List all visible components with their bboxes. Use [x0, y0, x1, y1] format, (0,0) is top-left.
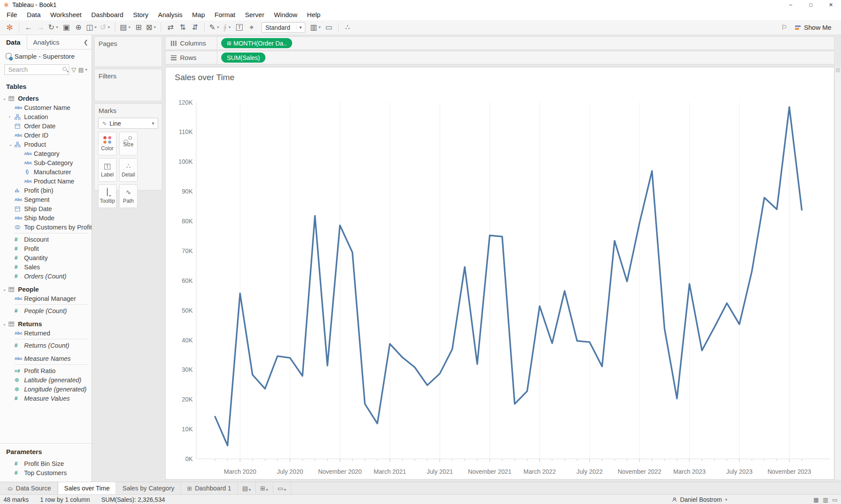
- field-orders-count[interactable]: #Orders (Count): [0, 271, 92, 281]
- menu-dashboard[interactable]: Dashboard: [86, 10, 128, 20]
- show-tabs-icon[interactable]: ▭: [832, 497, 837, 503]
- field-product[interactable]: ⌄Product: [0, 140, 92, 149]
- close-button[interactable]: ✕: [821, 0, 841, 10]
- sales-line-chart[interactable]: March 2020July 2020November 2020March 20…: [166, 67, 834, 479]
- view-mode-icon[interactable]: ▤▼: [78, 67, 88, 73]
- new-data-source-button[interactable]: ⊕: [72, 21, 85, 34]
- sheet-sorter-icon[interactable]: ▦: [813, 497, 819, 503]
- menu-analysis[interactable]: Analysis: [153, 10, 187, 20]
- expander-icon[interactable]: ⌄: [3, 287, 8, 292]
- presentation-mode-button[interactable]: ▭: [323, 21, 335, 34]
- mark-path-button[interactable]: ∿Path: [119, 184, 138, 208]
- field-product-name[interactable]: AbcProduct Name: [0, 176, 92, 186]
- field-returns-count[interactable]: #Returns (Count): [0, 341, 92, 350]
- mark-tooltip-button[interactable]: Tooltip: [98, 184, 117, 208]
- menu-format[interactable]: Format: [210, 10, 240, 20]
- sheet-tab-sales-over-time[interactable]: Sales over Time: [58, 482, 117, 494]
- redo-button[interactable]: →: [35, 21, 47, 34]
- show-hide-cards-button[interactable]: ▥▼: [309, 21, 323, 34]
- show-me-button[interactable]: Show Me: [795, 24, 831, 31]
- mark-type-dropdown[interactable]: ∿ Line ▼: [98, 118, 158, 129]
- pill-month-order-date[interactable]: ⊞ MONTH(Order Da..: [221, 38, 292, 48]
- field-top-customers[interactable]: #Top Customers: [0, 468, 92, 477]
- menu-map[interactable]: Map: [187, 10, 210, 20]
- fit-dropdown[interactable]: Standard ▼: [261, 22, 305, 33]
- tab-data[interactable]: Data: [0, 35, 27, 49]
- field-measure-values[interactable]: #Measure Values: [0, 394, 92, 403]
- new-worksheet-tab-button[interactable]: ▤+: [238, 482, 256, 494]
- filter-funnel-icon[interactable]: ▽: [71, 66, 76, 73]
- field-location[interactable]: ›Location: [0, 112, 92, 121]
- field-sub-category[interactable]: AbcSub-Category: [0, 158, 92, 167]
- sort-ascending-button[interactable]: ⇅: [177, 21, 189, 34]
- menu-data[interactable]: Data: [22, 10, 46, 20]
- collapse-pane-icon[interactable]: ❮: [80, 35, 92, 49]
- fix-axes-button[interactable]: ⌖: [246, 21, 258, 34]
- field-longitude-generated[interactable]: ⊕Longitude (generated): [0, 384, 92, 394]
- mark-label-button[interactable]: TLabel: [98, 158, 117, 182]
- run-auto-updates-button[interactable]: ↺▼: [99, 21, 112, 34]
- rows-shelf[interactable]: Rows SUM(Sales): [165, 51, 834, 64]
- menu-file[interactable]: File: [2, 10, 22, 20]
- new-story-tab-button[interactable]: ▭+: [273, 482, 291, 494]
- duplicate-sheet-button[interactable]: ⊞: [132, 21, 145, 34]
- maximize-button[interactable]: □: [801, 0, 821, 10]
- expander-icon[interactable]: ⌄: [3, 321, 8, 326]
- pill-sum-sales[interactable]: SUM(Sales): [221, 53, 265, 63]
- field-people[interactable]: ⌄People: [0, 285, 92, 294]
- menu-story[interactable]: Story: [128, 10, 153, 20]
- filters-shelf[interactable]: Filters: [94, 69, 162, 101]
- mark-color-button[interactable]: Color: [98, 132, 117, 155]
- sheet-tab-data-source[interactable]: ⛀Data Source: [2, 482, 58, 494]
- field-ship-mode[interactable]: AbcShip Mode: [0, 213, 92, 222]
- show-mark-labels-button[interactable]: T: [233, 21, 246, 34]
- swap-rows-columns-button[interactable]: ⇄: [164, 21, 177, 34]
- field-orders[interactable]: ⌄Orders: [0, 94, 92, 103]
- mark-detail-button[interactable]: ∴Detail: [119, 158, 138, 182]
- expander-icon[interactable]: ⌄: [3, 96, 8, 101]
- highlight-button[interactable]: ✎▼: [208, 21, 221, 34]
- pause-auto-updates-button[interactable]: ◫▼: [85, 21, 99, 34]
- field-people-count[interactable]: #People (Count): [0, 306, 92, 315]
- menu-help[interactable]: Help: [302, 10, 325, 20]
- minimize-button[interactable]: –: [781, 0, 801, 10]
- field-sales[interactable]: #Sales: [0, 262, 92, 271]
- field-regional-manager[interactable]: AbcRegional Manager: [0, 294, 92, 303]
- replay-button[interactable]: ↻▼: [47, 21, 60, 34]
- field-profit-bin-size[interactable]: #Profit Bin Size: [0, 459, 92, 468]
- undo-button[interactable]: ←: [22, 21, 35, 34]
- new-dashboard-tab-button[interactable]: ⊞+: [256, 482, 273, 494]
- field-top-customers-by-profit[interactable]: Top Customers by Profit: [0, 222, 92, 232]
- user-menu[interactable]: Daniel Bostrom ▼: [672, 495, 728, 504]
- expand-plus-icon[interactable]: ⊞: [227, 40, 231, 46]
- field-ship-date[interactable]: Ship Date: [0, 204, 92, 213]
- vertical-scrollbar[interactable]: [834, 67, 841, 479]
- tableau-logo-button[interactable]: ✻: [4, 21, 16, 34]
- field-profit-bin[interactable]: Profit (bin): [0, 186, 92, 195]
- mark-size-button[interactable]: Size: [119, 132, 138, 155]
- field-returns[interactable]: ⌄Returns: [0, 319, 92, 328]
- field-measure-names[interactable]: AbcMeasure Names: [0, 354, 92, 363]
- field-order-id[interactable]: AbcOrder ID: [0, 130, 92, 140]
- sheet-tab-sales-by-category[interactable]: Sales by Category: [116, 482, 180, 494]
- tooltip-flag-icon[interactable]: ⚐: [781, 23, 787, 32]
- field-segment[interactable]: AbcSegment: [0, 195, 92, 204]
- menu-server[interactable]: Server: [240, 10, 269, 20]
- new-worksheet-button[interactable]: ▤▼: [118, 21, 132, 34]
- field-order-date[interactable]: Order Date: [0, 121, 92, 130]
- field-returned[interactable]: AbcReturned: [0, 328, 92, 338]
- sort-descending-button[interactable]: ⇵: [189, 21, 201, 34]
- expander-icon[interactable]: ›: [9, 114, 14, 119]
- filmstrip-icon[interactable]: ▥: [823, 497, 828, 503]
- field-customer-name[interactable]: AbcCustomer Name: [0, 103, 92, 112]
- field-quantity[interactable]: #Quantity: [0, 253, 92, 262]
- field-manufacturer[interactable]: Manufacturer: [0, 167, 92, 176]
- pages-shelf[interactable]: Pages: [94, 36, 162, 67]
- expander-icon[interactable]: ⌄: [9, 142, 14, 147]
- field-latitude-generated[interactable]: ⊕Latitude (generated): [0, 375, 92, 384]
- field-profit[interactable]: #Profit: [0, 244, 92, 253]
- search-input[interactable]: [4, 64, 69, 75]
- clear-sheet-button[interactable]: ⊠▼: [145, 21, 158, 34]
- group-members-button[interactable]: ∮▼: [221, 21, 233, 34]
- columns-shelf[interactable]: Columns ⊞ MONTH(Order Da..: [165, 36, 834, 50]
